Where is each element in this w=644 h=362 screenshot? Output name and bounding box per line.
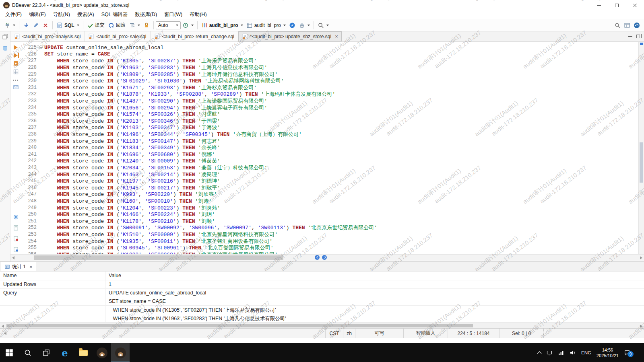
code-line-228[interactable]: 228 WHEN store_code IN ('K1963', 'SF0028… [21, 64, 638, 71]
app-button-2-active[interactable] [111, 343, 130, 362]
code-line-248[interactable]: 248 WHEN store_code IN ('K160', 'SF00010… [21, 198, 638, 205]
collapse-panel-button[interactable] [0, 329, 10, 338]
sash-left-dot-icon[interactable] [315, 255, 320, 260]
minimize-view-icon[interactable] [628, 36, 632, 37]
schema-select[interactable]: audit_bi_pro [245, 21, 287, 30]
code-line-256[interactable]: 256 WHEN store_code IN ('K1002', 'SF0006… [21, 251, 638, 254]
scroll-right-icon[interactable] [640, 256, 642, 259]
vertical-scroll-thumb[interactable] [640, 142, 643, 183]
menu-item-5[interactable]: 数据库(D) [131, 10, 161, 19]
code-line-230[interactable]: 230 WHEN store_code IN ('SF01029', 'SF01… [21, 78, 638, 84]
file-red-icon[interactable] [13, 236, 19, 243]
code-line-247[interactable]: 247 WHEN store_code IN ('K993', 'SF00220… [21, 191, 638, 198]
stats-row-0[interactable]: Updated Rows1 [0, 280, 644, 289]
code-line-237[interactable]: 237 WHEN store_code IN ('K1103', 'SF0034… [21, 124, 638, 131]
tray-device-icon[interactable] [546, 350, 553, 356]
code-line-239[interactable]: 239 WHEN store_code IN ('K1183', 'SF0014… [21, 138, 638, 144]
stats-row-3[interactable]: WHEN store_code IN ('K1305', 'SF00287') … [0, 306, 644, 314]
menu-item-7[interactable]: 帮助(H) [186, 10, 210, 19]
minimize-button[interactable] [590, 0, 608, 10]
edit-button[interactable] [31, 21, 41, 30]
fetch-button[interactable] [21, 21, 31, 30]
close-tab-icon[interactable]: × [335, 34, 338, 39]
execute-new-tab-icon[interactable] [14, 53, 18, 58]
code-line-226[interactable]: 226SET store_name = CASE [21, 51, 638, 58]
commit-mode-select[interactable]: Auto [156, 21, 181, 29]
clock[interactable]: 14:56 2025/10/21 [597, 347, 619, 358]
editor-tab-1[interactable]: <audit_bi_pro> sale.sql [85, 31, 150, 41]
code-line-238[interactable]: 238 WHEN store_code IN ('K1496', 'SF0034… [21, 131, 638, 138]
taskbar-search-button[interactable] [19, 343, 37, 362]
rollback-button[interactable]: 回滚 [106, 21, 127, 30]
database-navigator-icon[interactable] [2, 45, 8, 53]
maximize-view-icon[interactable] [636, 35, 640, 38]
code-line-249[interactable]: 249 WHEN store_code IN ('K1204', 'SF0022… [21, 204, 638, 211]
more-actions-icon[interactable] [13, 80, 19, 81]
editor-tab-2[interactable]: <audit_bi_pro> return_change.sql [151, 31, 238, 41]
code-line-253[interactable]: 253 WHEN store_code IN ('K1510', 'SF0009… [21, 231, 638, 238]
code-line-233[interactable]: 233 WHEN store_code IN ('K1487', 'SF0029… [21, 98, 638, 105]
app-button-1[interactable] [93, 343, 111, 362]
sql-editor[interactable]: 225UPDATE custom_online_sale_abroad_loca… [21, 42, 638, 254]
save-file-icon[interactable] [13, 225, 19, 232]
sql-editor-button[interactable]: SQL [55, 21, 81, 30]
file-explorer-button[interactable] [74, 343, 93, 362]
code-line-229[interactable]: 229 WHEN store_code IN ('K1809', 'SF0028… [21, 71, 638, 78]
new-connection-button[interactable] [2, 21, 17, 30]
horizontal-scrollbar[interactable] [10, 254, 644, 261]
stats-row-1[interactable]: QueryUPDATE custom_online_sale_abroad_lo… [0, 289, 644, 297]
lock-button[interactable] [142, 21, 151, 30]
code-line-252[interactable]: 252 WHEN store_code IN ('SW00091', 'SW00… [21, 224, 638, 231]
maximize-button[interactable] [608, 0, 626, 10]
column-header-name[interactable]: Name [0, 272, 105, 280]
code-line-251[interactable]: 251 WHEN store_code IN ('K1178', 'SF0021… [21, 218, 638, 224]
stats-row-2[interactable]: SET store_name = CASE [0, 297, 644, 306]
code-line-225[interactable]: 225UPDATE custom_online_sale_abroad_loca… [21, 44, 638, 51]
refresh-button[interactable] [181, 21, 195, 30]
editor-tab-3[interactable]: *<audit_bi_pro> update_sbz_store.sql× [238, 31, 342, 41]
delete-button[interactable] [41, 21, 50, 30]
menu-item-3[interactable]: 搜索(A) [74, 10, 98, 19]
execute-statement-icon[interactable] [14, 45, 18, 50]
explain-plan-icon[interactable] [13, 69, 19, 76]
speaker-icon[interactable] [570, 350, 576, 356]
menu-item-2[interactable]: 导航(N) [50, 10, 74, 19]
scroll-left-icon[interactable] [2, 325, 4, 328]
code-line-255[interactable]: 255 WHEN store_code IN ('SF00945', 'SF00… [21, 245, 638, 251]
code-line-241[interactable]: 241 WHEN store_code IN ('K1696', 'SF0068… [21, 151, 638, 158]
column-header-value[interactable]: Value [105, 272, 644, 280]
input-language[interactable]: ENG [581, 350, 591, 355]
quick-search-button[interactable] [613, 21, 622, 30]
code-line-240[interactable]: 240 WHEN store_code IN ('K1834', 'SF0034… [21, 144, 638, 151]
code-line-254[interactable]: 254 WHEN store_code IN ('K1935', 'SF0001… [21, 238, 638, 245]
edge-button[interactable]: e [56, 343, 74, 362]
export-mail-icon[interactable] [13, 84, 19, 92]
tray-expand-icon[interactable] [537, 351, 541, 356]
close-panel-icon[interactable]: × [29, 264, 33, 269]
action-center-button[interactable]: 9 [624, 350, 630, 356]
file-blue-icon[interactable] [13, 247, 19, 254]
settings-gear-icon[interactable] [13, 214, 19, 222]
start-button[interactable] [0, 343, 19, 362]
menu-item-1[interactable]: 编辑(E) [25, 10, 50, 19]
scroll-right-icon[interactable] [640, 325, 642, 328]
code-line-227[interactable]: 227 WHEN store_code IN ('K1305', 'SF0028… [21, 58, 638, 64]
sash-right-dot-icon[interactable] [322, 255, 327, 260]
code-line-231[interactable]: 231 WHEN store_code IN ('K1671', 'SF0029… [21, 84, 638, 91]
close-button[interactable] [626, 0, 644, 10]
search-button[interactable] [316, 21, 330, 30]
perspective-button[interactable] [622, 21, 632, 30]
horizontal-scroll-thumb[interactable] [34, 255, 283, 260]
network-icon[interactable] [558, 350, 564, 356]
code-line-235[interactable]: 235 WHEN store_code IN ('K1574', 'SF0032… [21, 111, 638, 118]
editor-tab-0[interactable]: <audit_bi_pro> analysis.sql [10, 31, 85, 41]
menu-item-6[interactable]: 窗口(W) [161, 10, 186, 19]
code-line-236[interactable]: 236 WHEN store_code IN ('K2013', 'SF0034… [21, 118, 638, 125]
commit-button[interactable]: 提交 [85, 21, 106, 30]
output-button[interactable] [297, 21, 312, 30]
panel-horizontal-scrollbar[interactable] [0, 323, 644, 328]
vertical-scrollbar[interactable] [638, 42, 644, 254]
code-line-242[interactable]: 242 WHEN store_code IN ('K1240', 'SF0000… [21, 158, 638, 165]
code-line-243[interactable]: 243 WHEN store_code IN ('K2034', 'SF0015… [21, 165, 638, 171]
task-view-button[interactable] [37, 343, 56, 362]
